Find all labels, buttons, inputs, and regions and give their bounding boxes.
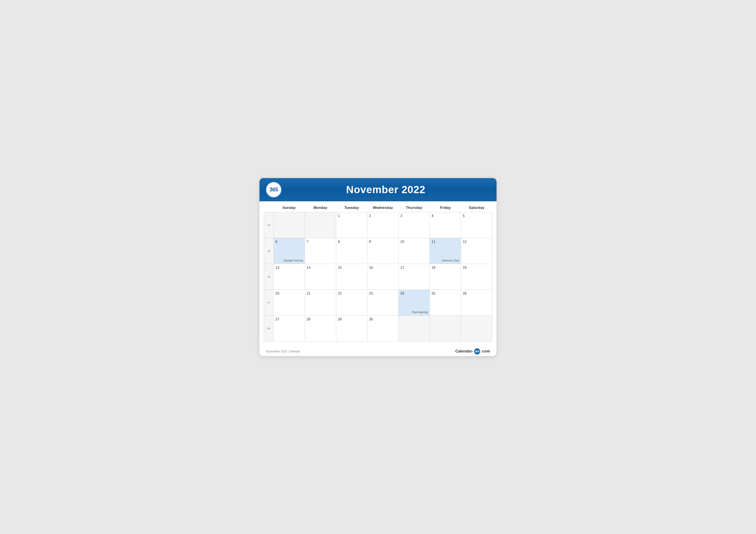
day-cell-25: 25 (430, 290, 461, 316)
day-number: 29 (338, 318, 365, 321)
week-num-47: 47 (264, 290, 274, 316)
day-number: 2 (369, 214, 397, 218)
day-cell-9: 9 (367, 238, 399, 264)
footer-logo-badge: 365 (474, 348, 480, 354)
day-cell-4: 4 (430, 212, 461, 238)
logo-badge: 365 (266, 182, 282, 197)
week-num-48: 48 (264, 316, 274, 342)
day-cell-28: 28 (305, 316, 336, 342)
calendar-grid: 4412345456Daylight Saving7891011Veterans… (264, 212, 492, 342)
day-number: 8 (338, 240, 365, 244)
day-number: 10 (400, 240, 428, 244)
day-number: 20 (275, 292, 303, 295)
day-cell-19: 19 (461, 264, 492, 290)
day-cell-21: 21 (305, 290, 336, 316)
day-headers: SundayMondayTuesdayWednesdayThursdayFrid… (264, 203, 492, 212)
day-cell-empty-4-6 (461, 316, 492, 342)
day-cell-10: 10 (398, 238, 430, 264)
day-cell-27: 27 (274, 316, 305, 342)
day-number: 13 (275, 266, 303, 269)
day-number: 9 (369, 240, 397, 244)
day-number: 5 (463, 214, 490, 218)
day-number: 30 (369, 318, 397, 321)
footer-logo-text-after: .com (481, 349, 490, 354)
calendar-body: SundayMondayTuesdayWednesdayThursdayFrid… (259, 201, 497, 346)
day-cell-29: 29 (336, 316, 367, 342)
day-number: 25 (431, 292, 459, 295)
day-cell-empty-0-1 (305, 212, 336, 238)
footer-logo-text-before: Calendar- (455, 349, 473, 354)
footer: November 2022 Calendar Calendar- 365 .co… (259, 346, 497, 356)
week-num-44: 44 (264, 212, 274, 238)
holiday-label: Thanksgiving (411, 311, 428, 314)
day-cell-12: 12 (461, 238, 492, 264)
day-cell-empty-4-4 (398, 316, 430, 342)
day-number: 27 (275, 318, 303, 321)
day-number: 22 (338, 292, 365, 295)
footer-logo: Calendar- 365 .com (455, 348, 490, 354)
calendar-header: 365 November 2022 (259, 178, 497, 201)
footer-caption: November 2022 Calendar (266, 350, 300, 353)
day-number: 1 (338, 214, 365, 218)
day-cell-20: 20 (274, 290, 305, 316)
week-num-45: 45 (264, 238, 274, 264)
day-cell-7: 7 (305, 238, 336, 264)
day-cell-14: 14 (305, 264, 336, 290)
day-cell-11: 11Veterans' Day (430, 238, 461, 264)
day-number: 12 (463, 240, 490, 244)
holiday-label: Veterans' Day (442, 259, 459, 262)
day-cell-22: 22 (336, 290, 367, 316)
day-cell-17: 17 (398, 264, 430, 290)
day-header-sunday: Sunday (274, 203, 305, 212)
day-number: 3 (400, 214, 428, 218)
day-cell-1: 1 (336, 212, 367, 238)
week-num-header (264, 203, 274, 212)
day-cell-2: 2 (367, 212, 399, 238)
day-cell-empty-0-0 (274, 212, 305, 238)
day-cell-5: 5 (461, 212, 492, 238)
day-number: 14 (307, 266, 334, 269)
day-number: 7 (307, 240, 334, 244)
day-number: 6 (275, 240, 303, 244)
day-number: 17 (400, 266, 428, 269)
day-number: 24 (400, 292, 428, 295)
holiday-label: Daylight Saving (284, 259, 303, 262)
week-num-46: 46 (264, 264, 274, 290)
day-number: 4 (431, 214, 459, 218)
day-number: 15 (338, 266, 365, 269)
day-header-saturday: Saturday (461, 203, 492, 212)
calendar-container: 365 November 2022 SundayMondayTuesdayWed… (259, 178, 497, 356)
calendar-title: November 2022 (282, 184, 490, 195)
day-cell-26: 26 (461, 290, 492, 316)
day-number: 28 (307, 318, 334, 321)
day-cell-13: 13 (274, 264, 305, 290)
day-number: 18 (431, 266, 459, 269)
day-header-wednesday: Wednesday (367, 203, 398, 212)
day-cell-3: 3 (398, 212, 430, 238)
day-number: 19 (463, 266, 490, 269)
day-cell-30: 30 (367, 316, 399, 342)
day-cell-8: 8 (336, 238, 367, 264)
day-number: 23 (369, 292, 397, 295)
day-header-tuesday: Tuesday (336, 203, 367, 212)
day-cell-16: 16 (367, 264, 399, 290)
day-cell-18: 18 (430, 264, 461, 290)
day-cell-24: 24Thanksgiving (398, 290, 430, 316)
day-number: 21 (307, 292, 334, 295)
day-cell-empty-4-5 (430, 316, 461, 342)
day-cell-6: 6Daylight Saving (274, 238, 305, 264)
day-header-friday: Friday (430, 203, 461, 212)
day-number: 26 (463, 292, 490, 295)
day-header-thursday: Thursday (398, 203, 430, 212)
day-header-monday: Monday (305, 203, 336, 212)
day-number: 16 (369, 266, 397, 269)
day-cell-23: 23 (367, 290, 399, 316)
day-number: 11 (431, 240, 459, 244)
day-cell-15: 15 (336, 264, 367, 290)
